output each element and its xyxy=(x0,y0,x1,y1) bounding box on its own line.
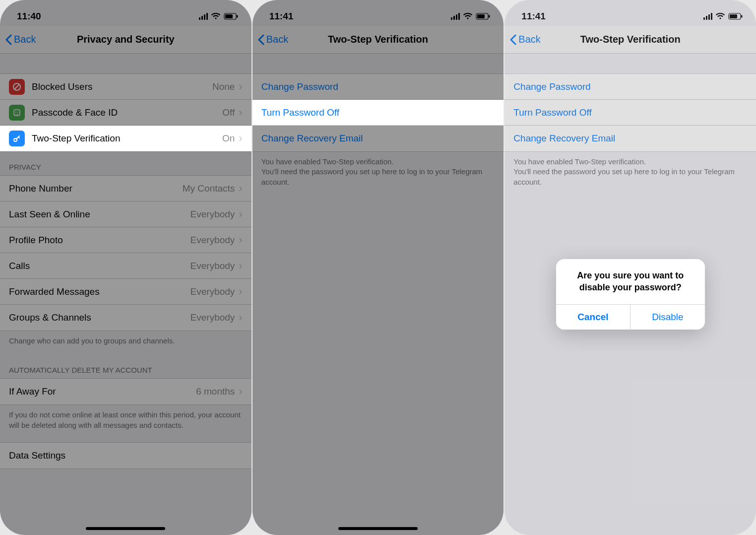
status-time: 11:40 xyxy=(17,11,41,22)
row-label: Two-Step Verification xyxy=(32,133,222,144)
page-title: Privacy and Security xyxy=(0,34,252,45)
alert-backdrop: Are you sure you want to disable your pa… xyxy=(504,54,756,535)
delete-section-header: Automatically delete my account xyxy=(0,355,252,378)
two-step-verification-row[interactable]: Two-Step Verification On › xyxy=(0,126,252,151)
row-label: Change Password xyxy=(261,81,338,92)
privacy-group: Phone Number My Contacts › Last Seen & O… xyxy=(0,175,252,331)
row-label: Calls xyxy=(9,261,190,271)
wifi-icon xyxy=(715,13,725,20)
row-value: On xyxy=(222,133,235,144)
nav-bar: Back Two-Step Verification xyxy=(504,26,756,54)
battery-icon xyxy=(476,13,491,20)
svg-rect-10 xyxy=(477,14,485,18)
status-bar: 11:41 xyxy=(252,0,504,26)
chevron-left-icon xyxy=(5,34,12,45)
blocked-icon xyxy=(9,79,25,95)
chevron-right-icon: › xyxy=(239,285,242,298)
row-label: Groups & Channels xyxy=(9,312,190,323)
battery-icon xyxy=(224,13,239,20)
two-step-footer: You have enabled Two-Step verification. … xyxy=(252,152,504,196)
row-value: Everybody xyxy=(190,286,235,297)
row-value: 6 months xyxy=(196,386,235,397)
status-bar: 11:40 xyxy=(0,0,252,26)
row-label: Last Seen & Online xyxy=(9,209,190,220)
wifi-icon xyxy=(463,13,473,20)
row-label: Data Settings xyxy=(9,450,243,461)
disable-button[interactable]: Disable xyxy=(630,305,705,330)
page-title: Two-Step Verification xyxy=(252,34,504,45)
home-indicator[interactable] xyxy=(86,527,165,530)
nav-bar: Back Privacy and Security xyxy=(0,26,252,54)
row-value: Everybody xyxy=(190,209,235,220)
chevron-left-icon xyxy=(257,34,264,45)
row-value: Everybody xyxy=(190,261,235,271)
svg-rect-13 xyxy=(730,14,737,18)
svg-line-4 xyxy=(14,84,19,89)
row-label: Profile Photo xyxy=(9,235,190,246)
change-recovery-email-row[interactable]: Change Recovery Email xyxy=(252,126,504,151)
data-settings-row[interactable]: Data Settings xyxy=(0,443,252,468)
cellular-icon xyxy=(451,13,460,20)
chevron-right-icon: › xyxy=(239,385,242,398)
back-label: Back xyxy=(266,34,288,45)
chevron-left-icon xyxy=(509,34,516,45)
privacy-footer: Change who can add you to groups and cha… xyxy=(0,331,252,355)
status-time: 11:41 xyxy=(269,11,294,22)
turn-password-off-row[interactable]: Turn Password Off xyxy=(252,100,504,126)
home-indicator[interactable] xyxy=(338,527,418,530)
svg-point-7 xyxy=(17,112,18,113)
chevron-right-icon: › xyxy=(239,208,242,221)
chevron-right-icon: › xyxy=(239,260,242,272)
screen-privacy-security: 11:40 Back Privacy and Security Blocked … xyxy=(0,0,252,535)
key-icon xyxy=(9,131,25,146)
wifi-icon xyxy=(211,13,221,20)
chevron-right-icon: › xyxy=(239,311,242,324)
svg-point-6 xyxy=(15,112,16,113)
row-value: Off xyxy=(222,107,235,118)
row-label: Phone Number xyxy=(9,183,183,194)
screen-two-step-alert: 11:41 Back Two-Step Verification Change … xyxy=(504,0,756,535)
row-label: Forwarded Messages xyxy=(9,286,190,297)
cancel-button[interactable]: Cancel xyxy=(556,305,631,330)
back-label: Back xyxy=(14,34,36,45)
phone-number-row[interactable]: Phone Number My Contacts › xyxy=(0,176,252,201)
nav-bar: Back Two-Step Verification xyxy=(252,26,504,54)
row-label: Passcode & Face ID xyxy=(32,107,222,118)
back-button[interactable]: Back xyxy=(504,34,540,45)
back-button[interactable]: Back xyxy=(0,34,36,45)
change-password-row[interactable]: Change Password xyxy=(252,74,504,100)
chevron-right-icon: › xyxy=(239,234,242,247)
if-away-for-row[interactable]: If Away For 6 months › xyxy=(0,379,252,404)
passcode-icon xyxy=(9,105,25,121)
svg-rect-2 xyxy=(237,15,238,18)
cellular-icon xyxy=(199,13,208,20)
row-value: My Contacts xyxy=(183,183,235,194)
last-seen-row[interactable]: Last Seen & Online Everybody › xyxy=(0,201,252,227)
groups-row[interactable]: Groups & Channels Everybody › xyxy=(0,305,252,331)
chevron-right-icon: › xyxy=(239,80,242,93)
svg-rect-1 xyxy=(225,14,233,18)
row-label: Change Recovery Email xyxy=(261,133,363,144)
chevron-right-icon: › xyxy=(239,132,242,145)
calls-row[interactable]: Calls Everybody › xyxy=(0,253,252,279)
row-label: If Away For xyxy=(9,386,196,397)
alert-message: Are you sure you want to disable your pa… xyxy=(556,259,705,304)
blocked-users-row[interactable]: Blocked Users None › xyxy=(0,74,252,100)
row-value: None xyxy=(212,81,235,92)
privacy-section-header: Privacy xyxy=(0,152,252,175)
battery-icon xyxy=(728,13,743,20)
status-time: 11:41 xyxy=(521,11,546,22)
screen-two-step-highlight: 11:41 Back Two-Step Verification Change … xyxy=(252,0,504,535)
passcode-row[interactable]: Passcode & Face ID Off › xyxy=(0,100,252,126)
row-label: Blocked Users xyxy=(32,81,212,92)
svg-rect-11 xyxy=(489,15,490,18)
status-bar: 11:41 xyxy=(504,0,756,26)
forwarded-row[interactable]: Forwarded Messages Everybody › xyxy=(0,279,252,305)
page-title: Two-Step Verification xyxy=(504,34,756,45)
row-value: Everybody xyxy=(190,235,235,246)
back-button[interactable]: Back xyxy=(252,34,288,45)
profile-photo-row[interactable]: Profile Photo Everybody › xyxy=(0,227,252,253)
disable-password-alert: Are you sure you want to disable your pa… xyxy=(556,259,705,330)
row-value: Everybody xyxy=(190,312,235,323)
back-label: Back xyxy=(518,34,540,45)
